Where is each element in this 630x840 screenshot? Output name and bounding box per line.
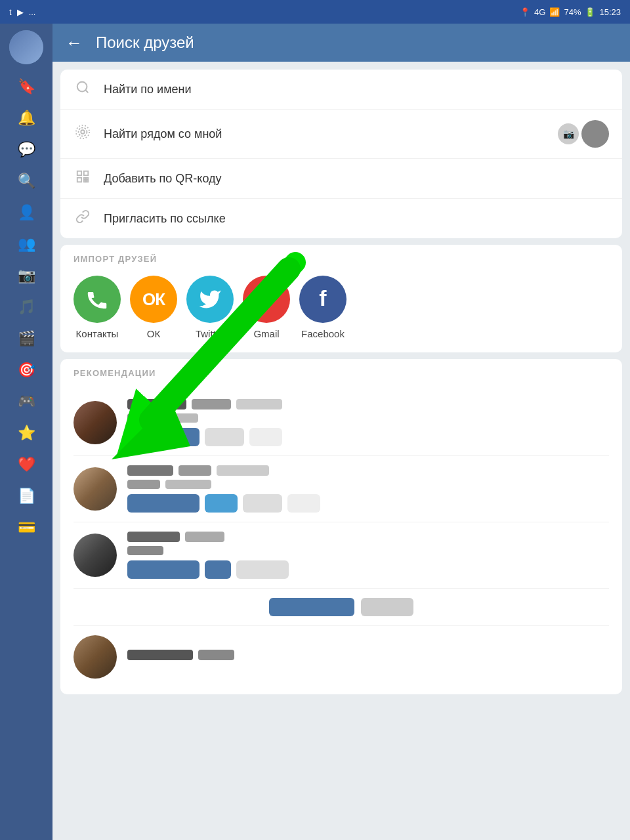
import-icons-row: Контакты ОК ОК Twitter: [74, 276, 609, 339]
rec-sub-3a: [127, 546, 609, 555]
network-type: 4G: [534, 7, 545, 17]
rec-avatar-3: [74, 534, 117, 577]
import-ok[interactable]: ОК ОК: [130, 276, 177, 339]
invite-by-link[interactable]: Пригласить по ссылке: [60, 199, 622, 238]
rec-name-bar-3b: [185, 532, 224, 542]
add-by-qr[interactable]: Добавить по QR-коду: [60, 159, 622, 199]
search-by-name[interactable]: Найти по имени: [60, 70, 622, 110]
search-icon: [74, 80, 92, 98]
sidebar: 🔖 🔔 💬 🔍 👤 👥 📷 🎵 🎬 🎯 🎮 ⭐ ❤️ 📄 💳: [0, 24, 52, 840]
rec-name-bar-1: [127, 399, 186, 410]
search-nearby-label: Найти рядом со мной: [104, 127, 546, 141]
video-icon: ▶: [17, 7, 24, 17]
status-bar-right: 📍 4G 📶 74% 🔋 15:23: [520, 7, 621, 17]
rec-sub-1a: [127, 413, 609, 423]
rec-info-1: [127, 399, 609, 446]
sidebar-item-search[interactable]: 🔍: [9, 167, 43, 196]
import-section: ИМПОРТ ДРУЗЕЙ Контакты ОК ОК: [60, 245, 622, 352]
page-content: Найти по имени Найти рядом со мной 📷: [52, 62, 630, 840]
svg-point-3: [79, 128, 87, 136]
sidebar-item-docs[interactable]: 📄: [9, 482, 43, 511]
ok-circle: ОК: [130, 276, 177, 323]
back-button[interactable]: ←: [66, 33, 83, 53]
svg-rect-7: [77, 178, 81, 182]
rec-btn-2-4: [361, 598, 413, 616]
svg-rect-9: [87, 178, 89, 180]
svg-line-1: [85, 90, 88, 93]
rec-name-bar-2a: [127, 465, 173, 476]
svg-rect-11: [87, 180, 89, 182]
sidebar-item-targets[interactable]: 🎯: [9, 356, 43, 385]
invite-by-link-label: Пригласить по ссылке: [104, 212, 609, 226]
svg-rect-6: [84, 171, 88, 175]
sidebar-item-chat[interactable]: 💬: [9, 135, 43, 164]
svg-point-0: [77, 82, 87, 92]
time: 15:23: [599, 7, 621, 17]
avatar[interactable]: [9, 30, 43, 64]
svg-rect-8: [84, 178, 86, 180]
status-bar-left: t ▶ ...: [9, 7, 35, 17]
rec-add-btn-3[interactable]: [127, 560, 200, 579]
rec-add-btn-1[interactable]: [127, 428, 200, 446]
search-by-name-label: Найти по имени: [104, 83, 609, 96]
recs-title: РЕКОМЕНДАЦИИ: [74, 368, 609, 378]
sidebar-item-wallet[interactable]: 💳: [9, 513, 43, 542]
import-gmail[interactable]: G Gmail: [243, 276, 290, 339]
search-nearby[interactable]: Найти рядом со мной 📷: [60, 110, 622, 159]
sidebar-item-likes[interactable]: ❤️: [9, 450, 43, 479]
rec-btn-2-3: [205, 560, 231, 579]
svg-point-2: [81, 130, 85, 134]
rec-info-2: [127, 465, 609, 513]
import-title: ИМПОРТ ДРУЗЕЙ: [74, 254, 609, 264]
rec-info-3: [127, 532, 609, 579]
rec-name-2: [127, 465, 609, 476]
import-contacts[interactable]: Контакты: [74, 276, 121, 339]
facebook-label: Facebook: [301, 328, 345, 339]
sidebar-item-friends[interactable]: 👤: [9, 198, 43, 227]
svg-rect-5: [77, 171, 81, 175]
svg-rect-10: [84, 180, 86, 182]
rec-add-btn-2[interactable]: [127, 494, 200, 513]
rec-btn-2-1: [205, 428, 244, 446]
contacts-label: Контакты: [76, 328, 119, 339]
rec-btn-3-3: [236, 560, 289, 579]
rec-avatar-1: [74, 401, 117, 444]
rec-add-btn-4[interactable]: [269, 598, 354, 616]
rec-name-bar-1b: [192, 399, 231, 410]
main-content: ← Поиск друзей Найти по имени: [52, 24, 630, 840]
import-twitter[interactable]: Twitter: [186, 276, 234, 339]
rec-name-bar-2c: [217, 465, 269, 476]
sidebar-item-bell[interactable]: 🔔: [9, 104, 43, 133]
sidebar-item-groups[interactable]: 👥: [9, 230, 43, 259]
qr-icon: [74, 169, 92, 188]
sidebar-item-video[interactable]: 🎬: [9, 324, 43, 353]
battery-text: 74%: [564, 7, 581, 17]
rec-btn-3-2: [243, 494, 282, 513]
nearby-avatar-2: [581, 120, 609, 148]
rec-sub-bar-1b: [172, 413, 198, 423]
rec-name-1: [127, 399, 609, 410]
gmail-label: Gmail: [253, 328, 279, 339]
facebook-circle: f: [299, 276, 346, 323]
signal-icon: 📶: [549, 7, 560, 17]
battery-icon: 🔋: [585, 7, 595, 17]
sidebar-item-camera[interactable]: 📷: [9, 261, 43, 290]
page-title: Поиск друзей: [96, 33, 194, 52]
rec-sub-bar-1a: [127, 413, 167, 423]
twitter-label: Twitter: [196, 328, 224, 339]
rec-name-bar-1c: [236, 399, 282, 410]
rec-name-5: [127, 650, 609, 660]
sidebar-item-favorites[interactable]: ⭐: [9, 419, 43, 448]
status-bar: t ▶ ... 📍 4G 📶 74% 🔋 15:23: [0, 0, 630, 24]
location-icon: 📍: [520, 7, 530, 17]
top-bar: ← Поиск друзей: [52, 24, 630, 62]
sidebar-item-bookmark[interactable]: 🔖: [9, 72, 43, 101]
contacts-circle: [74, 276, 121, 323]
sidebar-item-music[interactable]: 🎵: [9, 293, 43, 322]
rec-sub-2a: [127, 480, 609, 489]
nearby-avatar-1: 📷: [558, 123, 579, 144]
sidebar-item-games[interactable]: 🎮: [9, 387, 43, 416]
rec-item-4: [74, 589, 609, 626]
rec-info-4: [74, 598, 609, 616]
import-facebook[interactable]: f Facebook: [299, 276, 346, 339]
